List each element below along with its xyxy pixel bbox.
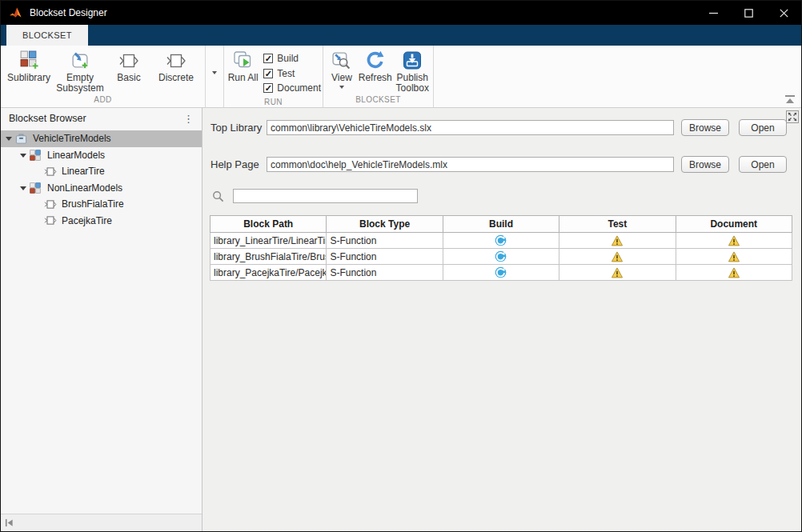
window-title: Blockset Designer bbox=[30, 7, 107, 18]
help-page-input[interactable] bbox=[267, 157, 674, 172]
tree-item-lineartire[interactable]: LinearTire bbox=[1, 163, 202, 180]
maximize-button[interactable] bbox=[731, 1, 766, 25]
tree-item-linearmodels[interactable]: LinearModels bbox=[1, 147, 202, 164]
section-label-add: ADD bbox=[1, 95, 205, 107]
chevron-down-icon bbox=[212, 71, 217, 77]
add-sublibrary-label: Sublibrary bbox=[7, 73, 50, 83]
document-checkbox[interactable]: Document bbox=[263, 82, 321, 94]
browser-statusbar bbox=[1, 514, 202, 531]
add-basic-label: Basic bbox=[117, 73, 140, 83]
col-block-type[interactable]: Block Type bbox=[327, 216, 443, 233]
col-test[interactable]: Test bbox=[559, 216, 676, 233]
toolbox-icon bbox=[15, 132, 28, 145]
top-library-open-button[interactable]: Open bbox=[739, 119, 787, 136]
discrete-block-icon bbox=[166, 50, 186, 71]
publish-toolbox-label: Publish Toolbox bbox=[394, 73, 431, 94]
add-basic-button[interactable]: Basic bbox=[106, 48, 151, 83]
collapse-ribbon-icon bbox=[785, 95, 795, 97]
add-empty-subsystem-label: Empty Subsystem bbox=[54, 73, 106, 94]
help-page-row: Help Page Browse Open bbox=[203, 156, 801, 173]
block-icon bbox=[44, 198, 57, 210]
kebab-menu-icon[interactable] bbox=[183, 113, 194, 125]
build-status-icon bbox=[495, 250, 507, 262]
cell-block-path: library_BrushFialaTire/Brus... bbox=[211, 249, 327, 265]
cell-block-path: library_LinearTire/LinearTire bbox=[211, 233, 327, 249]
ribbon-toolbar: Sublibrary Empty Subsystem bbox=[1, 46, 801, 108]
toolbar-section-run: Run All Build Test Document bbox=[224, 46, 323, 107]
blockset-browser-panel: Blockset Browser VehicleTireModels bbox=[1, 108, 203, 531]
tree-item-nonlinearmodels[interactable]: NonLinearModels bbox=[1, 180, 202, 197]
build-status-icon bbox=[495, 266, 507, 278]
run-all-button[interactable]: Run All bbox=[227, 48, 259, 83]
tree-item-vehicletiremodels[interactable]: VehicleTireModels bbox=[1, 130, 202, 147]
col-block-path[interactable]: Block Path bbox=[211, 216, 327, 233]
publish-toolbox-button[interactable]: Publish Toolbox bbox=[394, 48, 431, 94]
cell-block-type: S-Function bbox=[327, 233, 443, 249]
tab-blockset[interactable]: BLOCKSET bbox=[6, 25, 88, 46]
expander-icon[interactable] bbox=[20, 186, 26, 194]
collapse-panel-icon[interactable] bbox=[5, 516, 14, 530]
search-input[interactable] bbox=[233, 189, 418, 203]
basic-block-icon bbox=[118, 50, 139, 71]
add-discrete-label: Discrete bbox=[158, 73, 194, 83]
col-document[interactable]: Document bbox=[676, 216, 792, 233]
view-button[interactable]: View bbox=[327, 48, 357, 91]
warning-icon bbox=[611, 235, 624, 246]
refresh-label: Refresh bbox=[359, 73, 392, 83]
run-all-icon bbox=[233, 50, 254, 71]
cell-block-path: library_PacejkaTire/Pacejka... bbox=[211, 265, 327, 281]
tree-item-label: BrushFialaTire bbox=[62, 198, 124, 210]
refresh-icon bbox=[365, 50, 385, 71]
help-page-browse-button[interactable]: Browse bbox=[681, 156, 729, 173]
collapse-ribbon-button[interactable] bbox=[785, 95, 795, 103]
tree-item-label: VehicleTireModels bbox=[33, 133, 111, 144]
col-build[interactable]: Build bbox=[443, 216, 559, 233]
tree-item-brushfialatire[interactable]: BrushFialaTire bbox=[1, 196, 202, 213]
tree-item-pacejkatire[interactable]: PacejkaTire bbox=[1, 213, 202, 230]
sublibrary-icon bbox=[30, 182, 42, 194]
table-row[interactable]: library_PacejkaTire/Pacejka... S-Functio… bbox=[211, 265, 792, 281]
add-sublibrary-button[interactable]: Sublibrary bbox=[4, 48, 54, 83]
warning-icon bbox=[611, 251, 624, 262]
tree-item-label: PacejkaTire bbox=[62, 215, 112, 226]
view-label: View bbox=[331, 73, 352, 83]
toolbar-section-blockset: View Refresh bbox=[323, 46, 434, 107]
matlab-logo-icon bbox=[9, 6, 22, 20]
run-all-label: Run All bbox=[228, 73, 259, 83]
build-checkbox[interactable]: Build bbox=[263, 53, 321, 64]
detail-panel: Top Library Browse Open Help Page Browse… bbox=[203, 108, 801, 531]
cell-block-type: S-Function bbox=[327, 265, 443, 281]
top-library-row: Top Library Browse Open bbox=[203, 119, 801, 136]
minimize-button[interactable] bbox=[696, 1, 731, 25]
help-page-open-button[interactable]: Open bbox=[739, 156, 787, 173]
panel-title: Blockset Browser bbox=[9, 113, 86, 124]
add-overflow-button[interactable] bbox=[206, 46, 224, 107]
section-label-blockset: BLOCKSET bbox=[323, 95, 433, 107]
table-row[interactable]: library_LinearTire/LinearTire S-Function bbox=[211, 233, 792, 249]
close-icon bbox=[780, 9, 788, 18]
add-empty-subsystem-button[interactable]: Empty Subsystem bbox=[54, 48, 106, 94]
add-discrete-button[interactable]: Discrete bbox=[151, 48, 201, 83]
tree-item-label: LinearTire bbox=[62, 166, 105, 177]
warning-icon bbox=[728, 235, 740, 246]
tab-blockset-label: BLOCKSET bbox=[22, 30, 72, 40]
expander-icon[interactable] bbox=[6, 137, 12, 144]
cell-block-type: S-Function bbox=[327, 249, 443, 265]
block-icon bbox=[44, 214, 57, 227]
blockset-tree: VehicleTireModels LinearModels bbox=[1, 129, 202, 514]
tree-item-label: NonLinearModels bbox=[47, 182, 122, 194]
build-status-icon bbox=[495, 234, 507, 246]
app-window: Blockset Designer BLOCKSET bbox=[0, 0, 802, 532]
top-library-browse-button[interactable]: Browse bbox=[681, 119, 729, 136]
expander-icon[interactable] bbox=[20, 154, 26, 161]
refresh-button[interactable]: Refresh bbox=[357, 48, 394, 83]
table-row[interactable]: library_BrushFialaTire/Brus... S-Functio… bbox=[211, 249, 792, 265]
close-button[interactable] bbox=[766, 1, 801, 25]
titlebar: Blockset Designer bbox=[1, 1, 801, 25]
top-library-input[interactable] bbox=[267, 120, 674, 135]
tree-item-label: LinearModels bbox=[47, 150, 105, 161]
blockset-browser-header: Blockset Browser bbox=[1, 108, 202, 129]
minimize-icon bbox=[709, 9, 718, 18]
test-checkbox[interactable]: Test bbox=[263, 68, 321, 79]
help-page-label: Help Page bbox=[211, 158, 259, 170]
